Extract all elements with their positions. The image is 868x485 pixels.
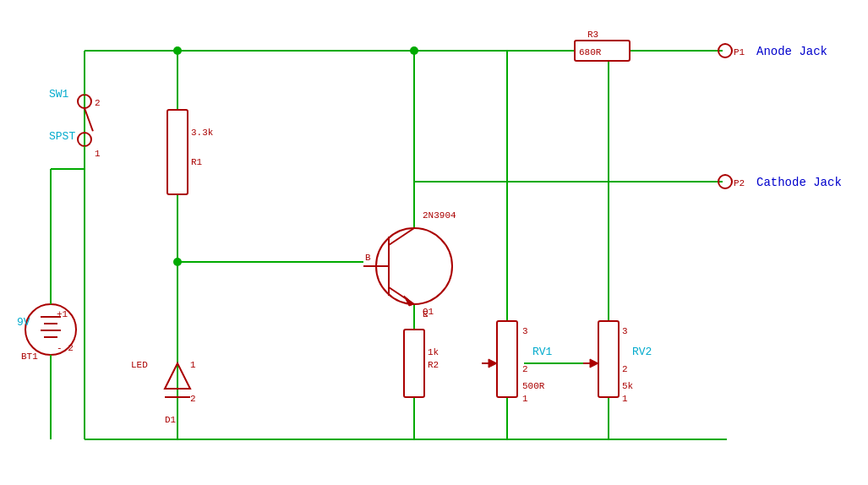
sw1-pin2-label: 2	[95, 98, 101, 108]
r1-value-label: 3.3k	[191, 128, 214, 138]
svg-marker-54	[590, 359, 598, 368]
rv2-pin1-label: 1	[622, 394, 628, 404]
svg-point-22	[173, 258, 182, 266]
rv1-pin3-label: 3	[522, 326, 528, 336]
p2-label: P2	[734, 178, 745, 188]
rv1-pin1-label: 1	[522, 394, 528, 404]
q1-type-label: 2N3904	[423, 210, 456, 221]
d1-label: D1	[165, 415, 177, 425]
rv2-pin2-label: 2	[622, 364, 628, 374]
sw1-value-label: SW1	[49, 88, 69, 101]
rv1-label: RV1	[532, 346, 553, 358]
svg-marker-48	[404, 296, 414, 306]
svg-line-34	[85, 108, 93, 131]
q1-label: Q1	[423, 307, 434, 317]
q1-base-label: B	[365, 253, 371, 263]
d1-type-label: LED	[131, 360, 148, 370]
svg-rect-49	[497, 321, 517, 397]
svg-rect-37	[167, 110, 188, 194]
bt1-label: BT1	[21, 351, 38, 362]
p1-name-label: Anode Jack	[756, 45, 827, 58]
rv2-pin3-label: 3	[622, 326, 628, 336]
svg-rect-38	[404, 330, 424, 397]
r2-label: R2	[428, 360, 439, 370]
svg-rect-52	[598, 321, 619, 397]
p2-name-label: Cathode Jack	[756, 176, 842, 189]
sw1-type-label: SPST	[49, 130, 75, 143]
r3-label: R3	[587, 30, 598, 40]
r3-value-label: 680R	[579, 47, 602, 57]
bt1-pin-minus: - 2	[57, 343, 74, 353]
sw1-pin1-label: 1	[95, 149, 101, 159]
rv1-value-label: 500R	[522, 381, 545, 391]
bt1-pin-plus: +1	[57, 309, 68, 319]
svg-point-21	[173, 46, 182, 55]
svg-point-23	[410, 46, 418, 55]
r1-label: R1	[191, 157, 203, 167]
rv2-label: RV2	[632, 346, 652, 358]
d1-pin1: 1	[190, 360, 196, 370]
svg-marker-51	[489, 359, 497, 368]
r2-value-label: 1k	[428, 347, 439, 357]
rv2-value-label: 5k	[622, 381, 634, 391]
p1-label: P1	[734, 47, 745, 57]
d1-pin2: 2	[190, 394, 196, 404]
rv1-pin2-label: 2	[522, 364, 528, 374]
bt1-value-label: 9V	[17, 316, 30, 329]
